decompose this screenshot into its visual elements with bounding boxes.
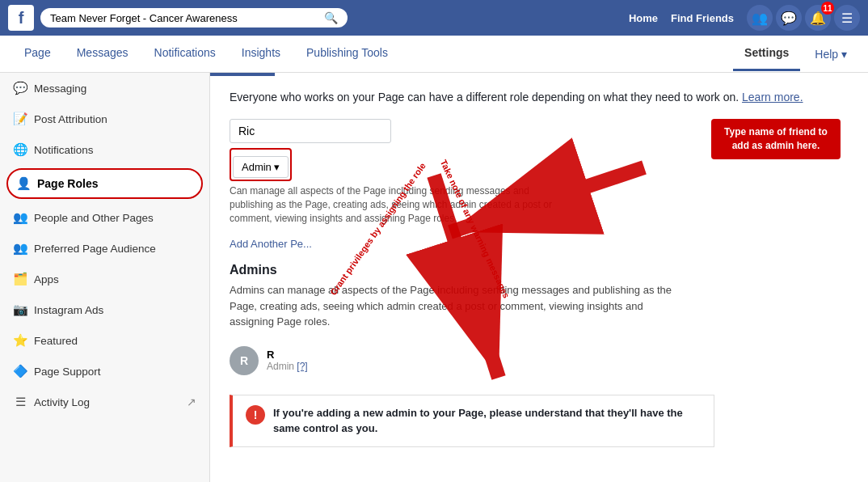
messages-icon[interactable]: 💬 <box>776 5 802 31</box>
sidebar-item-instagram-ads[interactable]: 📷 Instagram Ads <box>0 294 209 325</box>
sidebar-label-page-roles: Page Roles <box>37 177 98 190</box>
activity-log-left: ☰ Activity Log <box>13 395 90 409</box>
facebook-logo: f <box>8 5 34 31</box>
name-input[interactable] <box>230 119 391 143</box>
content-area: Everyone who works on your Page can have… <box>210 73 868 482</box>
warning-text: If you're adding a new admin to your Pag… <box>273 405 701 437</box>
sidebar-item-messaging[interactable]: 💬 Messaging <box>0 73 209 104</box>
menu-icon[interactable]: ☰ <box>834 5 860 31</box>
callout-box: Type name of friend to add as admin here… <box>711 119 841 159</box>
role-dropdown[interactable]: Admin ▾ <box>233 156 289 178</box>
apps-icon: 🗂️ <box>13 272 27 286</box>
subnav-right: Settings Help ▾ <box>733 36 855 71</box>
tab-page[interactable]: Page <box>13 36 62 71</box>
warning-box: ! If you're adding a new admin to your P… <box>230 395 714 447</box>
role-dropdown-wrapper: Admin ▾ <box>230 148 292 181</box>
tab-messages[interactable]: Messages <box>65 36 140 71</box>
sidebar-label-post-attribution: Post Attribution <box>34 113 107 125</box>
post-attribution-icon: 📝 <box>13 112 27 126</box>
admin-avatar: R <box>230 346 259 375</box>
top-navigation: f 🔍 Home Find Friends 👥 💬 🔔 11 ☰ <box>0 0 868 36</box>
search-icon: 🔍 <box>324 11 338 24</box>
search-input[interactable] <box>50 12 319 24</box>
sidebar-label-activity-log: Activity Log <box>34 396 90 408</box>
tab-publishing-tools[interactable]: Publishing Tools <box>295 36 399 71</box>
activity-log-export-icon: ↗ <box>187 395 196 408</box>
sidebar-item-page-support[interactable]: 🔷 Page Support <box>0 356 209 387</box>
tab-insights[interactable]: Insights <box>230 36 292 71</box>
sidebar-label-people-pages: People and Other Pages <box>34 212 154 224</box>
sub-navigation: Page Messages Notifications Insights Pub… <box>0 36 868 73</box>
featured-icon: ⭐ <box>13 333 27 348</box>
help-button[interactable]: Help ▾ <box>807 38 855 70</box>
notification-badge: 11 <box>821 2 834 15</box>
warning-icon: ! <box>246 405 265 425</box>
sidebar-label-page-support: Page Support <box>34 366 101 378</box>
sidebar-label-preferred-audience: Preferred Page Audience <box>34 243 156 255</box>
find-friends-link[interactable]: Find Friends <box>671 12 734 24</box>
info-text: Everyone who works on your Page can have… <box>230 89 849 106</box>
sidebar-label-notifications: Notifications <box>34 144 94 156</box>
admins-title: Admins <box>230 263 849 277</box>
admins-description: Admins can manage all aspects of the Pag… <box>230 282 674 330</box>
sidebar-item-post-attribution[interactable]: 📝 Post Attribution <box>0 104 209 134</box>
content-inner: Everyone who works on your Page can have… <box>210 76 868 460</box>
admin-role: Admin <box>267 361 294 372</box>
sidebar-item-page-roles[interactable]: 👤 Page Roles <box>6 168 203 199</box>
people-pages-icon: 👥 <box>13 210 27 225</box>
messaging-icon: 💬 <box>13 81 27 95</box>
search-bar[interactable]: 🔍 <box>40 8 348 27</box>
home-link[interactable]: Home <box>629 12 658 24</box>
admin-name: R <box>267 349 308 361</box>
instagram-ads-icon: 📷 <box>13 302 27 317</box>
admin-row: R R Admin [?] <box>230 340 849 382</box>
page-support-icon: 🔷 <box>13 364 27 378</box>
admin-help-link[interactable]: [?] <box>297 361 307 372</box>
admin-role-label: Admin [?] <box>267 361 308 372</box>
activity-log-icon: ☰ <box>13 395 27 409</box>
preferred-audience-icon: 👥 <box>13 241 27 256</box>
sidebar-item-people-pages[interactable]: 👥 People and Other Pages <box>0 202 209 233</box>
main-layout: 💬 Messaging 📝 Post Attribution 🌐 Notific… <box>0 73 868 482</box>
page-roles-icon: 👤 <box>16 176 31 191</box>
notifications-sidebar-icon: 🌐 <box>13 142 27 157</box>
sidebar-label-instagram-ads: Instagram Ads <box>34 304 103 316</box>
sidebar: 💬 Messaging 📝 Post Attribution 🌐 Notific… <box>0 73 210 482</box>
friends-icon[interactable]: 👥 <box>747 5 773 31</box>
nav-icons: 👥 💬 🔔 11 ☰ <box>747 5 860 31</box>
sidebar-item-preferred-audience[interactable]: 👥 Preferred Page Audience <box>0 233 209 264</box>
form-section: Admin ▾ Can manage all aspects of the Pa… <box>230 119 849 382</box>
sidebar-label-messaging: Messaging <box>34 82 86 95</box>
sidebar-item-featured[interactable]: ⭐ Featured <box>0 325 209 356</box>
sidebar-item-apps[interactable]: 🗂️ Apps <box>0 264 209 294</box>
add-another-button[interactable]: Add Another Pe... <box>230 238 849 250</box>
sidebar-item-activity-log[interactable]: ☰ Activity Log ↗ <box>0 387 209 417</box>
learn-more-link[interactable]: Learn more. <box>742 91 803 104</box>
info-text-content: Everyone who works on your Page can have… <box>230 91 739 104</box>
sidebar-label-featured: Featured <box>34 335 78 347</box>
tab-notifications[interactable]: Notifications <box>143 36 227 71</box>
sidebar-label-apps: Apps <box>34 273 59 285</box>
settings-button[interactable]: Settings <box>733 36 800 71</box>
notifications-icon[interactable]: 🔔 11 <box>805 5 831 31</box>
sidebar-item-notifications[interactable]: 🌐 Notifications <box>0 134 209 165</box>
nav-right: Home Find Friends 👥 💬 🔔 11 ☰ <box>629 5 860 31</box>
admin-info: R Admin [?] <box>267 349 308 372</box>
